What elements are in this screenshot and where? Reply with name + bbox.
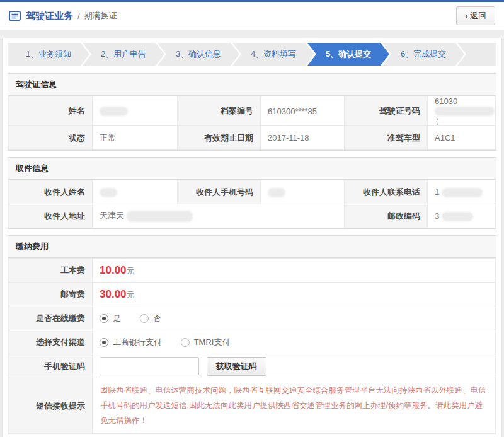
sms-notice-cell: 因陕西省联通、电信运营商技术问题，陕西省互联网交通安全综合服务管理平台无法向持陕… (93, 378, 496, 434)
expiry-value: 2017-11-18 (261, 126, 345, 150)
step-6-complete-submit: 6、完成提交 (382, 43, 464, 66)
redacted-recipient-mobile (268, 188, 285, 197)
license-info-title: 驾驶证信息 (8, 74, 496, 96)
work-fee-amount: 10.00 (100, 264, 127, 276)
get-sms-code-button[interactable]: 获取验证码 (207, 357, 266, 376)
sms-code-label: 手机验证码 (9, 354, 93, 378)
sms-notice-text: 因陕西省联通、电信运营商技术问题，陕西省互联网交通安全综合服务管理平台无法向持陕… (100, 383, 488, 428)
online-pay-no-radio[interactable] (140, 314, 149, 323)
step-3-confirm-info: 3、确认信息 (158, 43, 239, 66)
channel-tmri-radio[interactable] (181, 338, 190, 347)
post-fee-value: 30.00元 (93, 283, 496, 306)
back-button[interactable]: ‹ 返回 (456, 6, 495, 25)
step-1-business-notice: 1、业务须知 (8, 43, 89, 66)
redacted-name (100, 107, 128, 116)
pickup-info-row-1: 收件人姓名 收件人手机号码 收件人联系电话 1 (9, 180, 496, 204)
breadcrumb-divider: / (77, 11, 80, 21)
redacted-recipient-name (100, 188, 117, 197)
redacted-postcode (442, 212, 473, 221)
vehicle-type-label: 准驾车型 (345, 126, 428, 150)
license-info-section: 驾驶证信息 姓名 档案编号 610300****85 驾驶证号码 61030 (… (8, 73, 496, 151)
pickup-info-title: 取件信息 (8, 158, 496, 180)
sms-code-cell: 获取验证码 (93, 354, 496, 378)
sms-code-row: 手机验证码 获取验证码 (9, 354, 496, 378)
license-info-row-1: 姓名 档案编号 610300****85 驾驶证号码 61030 ( (9, 96, 496, 126)
pickup-info-table: 收件人姓名 收件人手机号码 收件人联系电话 1 收件人地址 天津天 邮政编码 (8, 180, 496, 228)
post-fee-label: 邮寄费 (9, 283, 93, 306)
pay-channel-row: 选择支付渠道 工商银行支付 TMRI支付 (9, 330, 496, 354)
breadcrumb-current: 期满换证 (84, 10, 117, 21)
payment-section: 缴纳费用 工本费 10.00元 邮寄费 30.00元 是否在线缴费 是 否 (8, 235, 496, 434)
work-fee-label: 工本费 (9, 259, 93, 283)
post-fee-row: 邮寄费 30.00元 (9, 283, 496, 306)
redacted-address (127, 211, 193, 222)
payment-table: 工本费 10.00元 邮寄费 30.00元 是否在线缴费 是 否 选择支付渠道 (8, 258, 496, 434)
recipient-mobile-value (261, 180, 345, 204)
postcode-value: 3 (428, 204, 496, 228)
license-info-row-2: 状态 正常 有效期止日期 2017-11-18 准驾车型 A1C1 (9, 126, 496, 150)
recipient-phone-value: 1 (428, 180, 496, 204)
sms-notice-label: 短信接收提示 (9, 378, 93, 434)
license-no-value: 61030 ( (428, 96, 496, 126)
wizard-step-bar: 1、业务须知 2、用户申告 3、确认信息 4、资料填写 5、确认提交 6、完成提… (8, 43, 496, 66)
online-pay-yes-label: 是 (113, 313, 121, 323)
license-info-table: 姓名 档案编号 610300****85 驾驶证号码 61030 ( 状态 正常… (8, 96, 496, 150)
pay-channel-options: 工商银行支付 TMRI支付 (93, 330, 496, 354)
sms-code-input[interactable] (100, 357, 199, 375)
file-no-label: 档案编号 (178, 96, 261, 126)
payment-title: 缴纳费用 (8, 236, 496, 258)
name-value (93, 96, 178, 126)
online-pay-no-label: 否 (153, 313, 161, 323)
address-label: 收件人地址 (9, 204, 93, 228)
recipient-mobile-label: 收件人手机号码 (178, 180, 261, 204)
page-title: 驾驶证业务 (26, 10, 73, 22)
online-pay-label: 是否在线缴费 (9, 306, 93, 330)
redacted-recipient-phone (442, 188, 483, 197)
address-value: 天津天 (93, 204, 345, 228)
channel-tmri-label: TMRI支付 (194, 337, 231, 347)
back-button-label: 返回 (470, 10, 486, 21)
chevron-left-icon: ‹ (465, 11, 468, 20)
vehicle-type-value: A1C1 (428, 126, 496, 150)
redacted-license-no (435, 107, 495, 116)
expiry-label: 有效期止日期 (178, 126, 261, 150)
step-5-confirm-submit-active: 5、确认提交 (307, 43, 389, 66)
pickup-info-row-2: 收件人地址 天津天 邮政编码 3 (9, 204, 496, 228)
post-fee-amount: 30.00 (100, 288, 127, 300)
channel-icbc-label: 工商银行支付 (113, 337, 162, 347)
postcode-label: 邮政编码 (345, 204, 428, 228)
step-4-fill-materials: 4、资料填写 (232, 43, 314, 66)
sms-notice-row: 短信接收提示 因陕西省联通、电信运营商技术问题，陕西省互联网交通安全综合服务管理… (9, 378, 496, 434)
pickup-info-section: 取件信息 收件人姓名 收件人手机号码 收件人联系电话 1 收件人地址 天津天 (8, 157, 496, 229)
main-panel: 1、业务须知 2、用户申告 3、确认信息 4、资料填写 5、确认提交 6、完成提… (2, 38, 502, 437)
license-no-label: 驾驶证号码 (345, 96, 428, 126)
status-value: 正常 (93, 126, 178, 150)
online-pay-row: 是否在线缴费 是 否 (9, 306, 496, 330)
pay-channel-label: 选择支付渠道 (9, 330, 93, 354)
recipient-name-label: 收件人姓名 (9, 180, 93, 204)
recipient-phone-label: 收件人联系电话 (345, 180, 428, 204)
work-fee-row: 工本费 10.00元 (9, 259, 496, 283)
license-business-icon (9, 11, 21, 21)
step-2-user-declaration: 2、用户申告 (83, 43, 164, 66)
channel-icbc-radio[interactable] (100, 338, 108, 347)
recipient-name-value (93, 180, 178, 204)
work-fee-value: 10.00元 (93, 259, 496, 283)
name-label: 姓名 (9, 96, 93, 126)
file-no-value: 610300****85 (261, 96, 345, 126)
page-header: 驾驶证业务 / 期满换证 ‹ 返回 (0, 2, 504, 30)
online-pay-yes-radio[interactable] (100, 314, 108, 323)
status-label: 状态 (9, 126, 93, 150)
online-pay-options: 是 否 (93, 306, 496, 330)
